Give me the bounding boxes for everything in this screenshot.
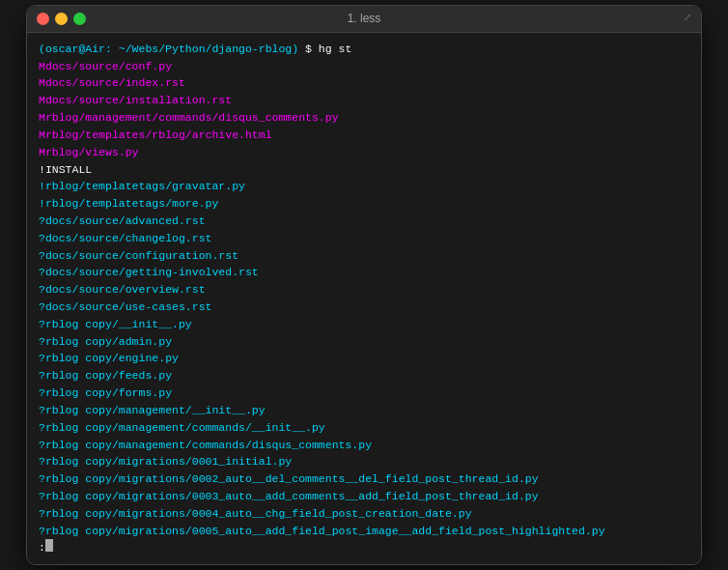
line-4: M rblog/management/commands/disqus_comme…: [39, 109, 689, 127]
line-2: M docs/source/index.rst: [39, 74, 689, 92]
line-20: ? rblog copy/forms.py: [39, 385, 689, 402]
window-title: 1. less: [348, 12, 381, 25]
line-26: ? rblog copy/migrations/0003_auto__add_c…: [39, 488, 689, 505]
terminal-cursor: [45, 539, 53, 552]
line-24: ? rblog copy/migrations/0001_initial.py: [39, 453, 689, 470]
line-11: ? docs/source/changelog.rst: [39, 230, 689, 247]
line-6: M rblog/views.py: [39, 144, 689, 161]
line-17: ? rblog copy/admin.py: [39, 333, 689, 351]
line-23: ? rblog copy/management/commands/disqus_…: [39, 437, 689, 454]
titlebar: 1. less ⤢: [27, 6, 701, 33]
line-8: ! rblog/templatetags/gravatar.py: [39, 178, 689, 195]
cursor-line: :: [39, 539, 689, 556]
line-25: ? rblog copy/migrations/0002_auto__del_c…: [39, 470, 689, 488]
line-16: ? rblog copy/__init__.py: [39, 316, 689, 333]
line-3: M docs/source/installation.rst: [39, 92, 689, 109]
line-9: ! rblog/templatetags/more.py: [39, 195, 689, 213]
maximize-button[interactable]: [73, 13, 86, 25]
line-21: ? rblog copy/management/__init__.py: [39, 402, 689, 419]
line-19: ? rblog copy/feeds.py: [39, 367, 689, 385]
line-22: ? rblog copy/management/commands/__init_…: [39, 419, 689, 437]
line-14: ? docs/source/overview.rst: [39, 281, 689, 299]
line-18: ? rblog copy/engine.py: [39, 350, 689, 367]
line-1: M docs/source/conf.py: [39, 58, 689, 75]
close-button[interactable]: [37, 13, 49, 25]
line-7: ! INSTALL: [39, 161, 689, 179]
line-10: ? docs/source/advanced.rst: [39, 213, 689, 230]
line-5: M rblog/templates/rblog/archive.html: [39, 127, 689, 144]
line-28: ? rblog copy/migrations/0005_auto__add_f…: [39, 523, 689, 540]
minimize-button[interactable]: [55, 13, 68, 25]
line-15: ? docs/source/use-cases.rst: [39, 299, 689, 316]
expand-icon: ⤢: [684, 12, 691, 23]
terminal-window: 1. less ⤢ (oscar@Air: ~/Webs/Python/djan…: [26, 5, 702, 565]
prompt-text: (oscar@Air: ~/Webs/Python/django-rblog) …: [39, 41, 351, 58]
line-13: ? docs/source/getting-involved.rst: [39, 264, 689, 281]
line-12: ? docs/source/configuration.rst: [39, 247, 689, 265]
terminal-content[interactable]: (oscar@Air: ~/Webs/Python/django-rblog) …: [27, 33, 701, 564]
line-27: ? rblog copy/migrations/0004_auto__chg_f…: [39, 505, 689, 523]
traffic-lights: [37, 13, 86, 25]
prompt-line: (oscar@Air: ~/Webs/Python/django-rblog) …: [39, 41, 689, 58]
